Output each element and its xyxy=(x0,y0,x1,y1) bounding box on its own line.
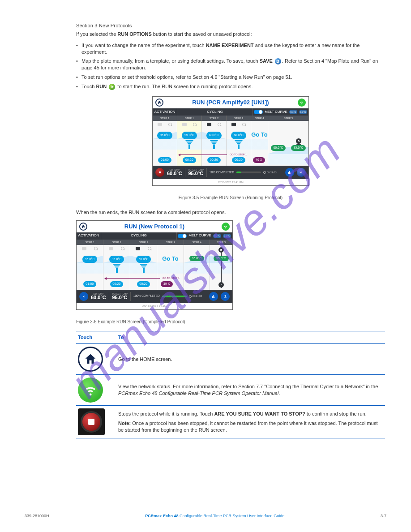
b2-bold: SAVE xyxy=(260,58,274,64)
funnel-icon xyxy=(140,264,148,273)
melt-curve-label: MELT CURVE xyxy=(188,233,211,238)
timestamp: 08/13/2020 1:45 AM xyxy=(77,303,232,309)
temp-pill: 95.0°C xyxy=(109,256,124,263)
camera-node-icon xyxy=(218,247,224,253)
progress-bar xyxy=(236,172,261,173)
time-pill: 01:00 xyxy=(83,281,97,287)
phase-melt-curve: MELT CURVE 0.1°C 0.1°C xyxy=(253,108,308,116)
stop-icon[interactable] xyxy=(78,408,105,435)
table-row: Go to the HOME screen. xyxy=(76,343,385,374)
phase-cycling: CYCLING xyxy=(101,232,177,240)
footer-product: PCRmax Echo 48 xyxy=(145,514,178,518)
b4-bold: RUN xyxy=(96,84,108,89)
camera-icon xyxy=(109,247,113,250)
step-label: STEP 2 xyxy=(130,240,157,245)
funnel-icon xyxy=(185,140,193,149)
camera-icon xyxy=(158,123,162,126)
back-button[interactable] xyxy=(79,292,88,301)
home-button[interactable] xyxy=(79,223,87,231)
chart-button[interactable] xyxy=(285,168,294,177)
bullet: • xyxy=(76,83,81,90)
row-desc: Go to the HOME screen. xyxy=(118,356,383,363)
search-icon xyxy=(242,123,246,126)
table-header-to: To xyxy=(118,334,383,341)
table-row: View the network status. For more inform… xyxy=(76,374,385,405)
time-pill: 00:20 xyxy=(137,281,150,287)
step-label: STEP 1 xyxy=(177,116,202,121)
temp-pill: 95.0°C xyxy=(82,256,98,263)
camera-icon xyxy=(207,123,211,126)
step-label: STEP 5 xyxy=(210,240,232,245)
temp-pill: 60.0°C xyxy=(136,256,151,263)
wifi-icon[interactable] xyxy=(78,378,103,403)
step-label: STEP 1 xyxy=(103,240,130,245)
phase-activation: ACTIVATION xyxy=(153,108,177,116)
search-icon xyxy=(121,247,124,250)
section-header: Section 3 New Protocols xyxy=(76,22,385,29)
run-title: RUN (New Protocol 1) xyxy=(124,223,184,231)
screenshot-completed: RUN (New Protocol 1) ACTIVATION CYCLING … xyxy=(76,220,233,310)
wifi-icon[interactable] xyxy=(298,99,306,107)
table-header-touch: Touch xyxy=(78,334,118,341)
note-label: Note: xyxy=(118,420,131,426)
page-footer: 339-281000H PCRmax Echo 48 Configurable … xyxy=(25,513,386,519)
wifi-icon[interactable] xyxy=(222,223,230,231)
save-icon xyxy=(275,58,281,64)
cycles-pill: 39 X xyxy=(161,281,173,287)
b3-text: To set run options or set threshold opti… xyxy=(81,74,385,81)
chart-button[interactable] xyxy=(209,292,218,301)
intro-bold: RUN OPTIONS xyxy=(117,31,151,37)
lid-temp: 60.0°C xyxy=(167,171,182,176)
row-desc-bold: ARE YOU SURE YOU WANT TO STOP? xyxy=(214,411,305,416)
camera-icon xyxy=(136,247,140,250)
mid-para: When the run ends, the RUN screen for a … xyxy=(76,209,385,216)
time-pill: 00:20 xyxy=(183,157,196,163)
svg-point-1 xyxy=(300,172,302,173)
action-button[interactable] xyxy=(297,168,306,177)
intro-text-1: If you selected the xyxy=(76,31,117,37)
temp-pill: 60.0°C xyxy=(231,132,246,139)
temp-pill: 95.0°C xyxy=(157,132,172,139)
step-label: STEP 2 xyxy=(202,116,227,121)
step-label: STEP 1 xyxy=(77,240,103,245)
mc-oval-2: 0.1°C xyxy=(223,234,231,238)
run-icon xyxy=(109,84,115,90)
search-icon xyxy=(168,123,172,126)
run-title: RUN (PCR Amplify02 [UN1]) xyxy=(192,99,269,107)
step-label: STEP 5 xyxy=(268,116,308,121)
intro-text-2: button to start the saved or unsaved pro… xyxy=(152,31,252,37)
funnel-icon xyxy=(235,140,243,149)
search-icon xyxy=(94,247,98,250)
row-desc-b: to confirm and stop the run. xyxy=(305,411,367,416)
temp-pill: 95.0°C xyxy=(189,256,205,262)
bullet: • xyxy=(76,74,81,81)
eta: 00:24:03 xyxy=(267,171,276,174)
temp-pill: 95.0°C xyxy=(182,132,197,139)
melt-curve-toggle[interactable] xyxy=(254,110,263,114)
clock-icon xyxy=(189,295,192,298)
footer-doc: Configurable Real-Time PCR System User I… xyxy=(178,514,284,518)
home-button[interactable] xyxy=(155,99,163,107)
step-label: STEP 3 xyxy=(157,240,184,245)
melt-curve-toggle[interactable] xyxy=(178,234,187,238)
mc-oval-1: 0.1°C xyxy=(289,110,297,114)
search-icon xyxy=(218,123,221,126)
clock-icon xyxy=(263,171,266,174)
funnel-icon xyxy=(210,140,218,149)
figure-caption: Figure 3-6 Example RUN Screen (Completed… xyxy=(76,319,385,325)
export-button[interactable] xyxy=(221,292,230,301)
phase-melt-curve: MELT CURVE 0.1°C 0.1°C xyxy=(177,232,232,240)
step-label: STEP 1 xyxy=(153,116,177,121)
time-pill: 01:00 xyxy=(158,157,171,163)
b2-pre: Map the plate manually, from a template,… xyxy=(81,58,260,64)
figure-caption: Figure 3-5 Example RUN Screen (Running P… xyxy=(76,195,385,201)
stop-button[interactable] xyxy=(155,168,164,177)
icon-table: Touch To Go to the HOME screen. View the… xyxy=(76,331,385,438)
search-icon xyxy=(193,123,197,126)
cycles-pill: 40 X xyxy=(253,157,265,163)
b4-post: to start the run. The RUN screen for a r… xyxy=(116,84,253,89)
svg-rect-0 xyxy=(159,172,161,173)
link-node-icon xyxy=(218,282,224,287)
home-icon[interactable] xyxy=(78,347,103,372)
footer-page: 3-7 xyxy=(381,513,386,519)
